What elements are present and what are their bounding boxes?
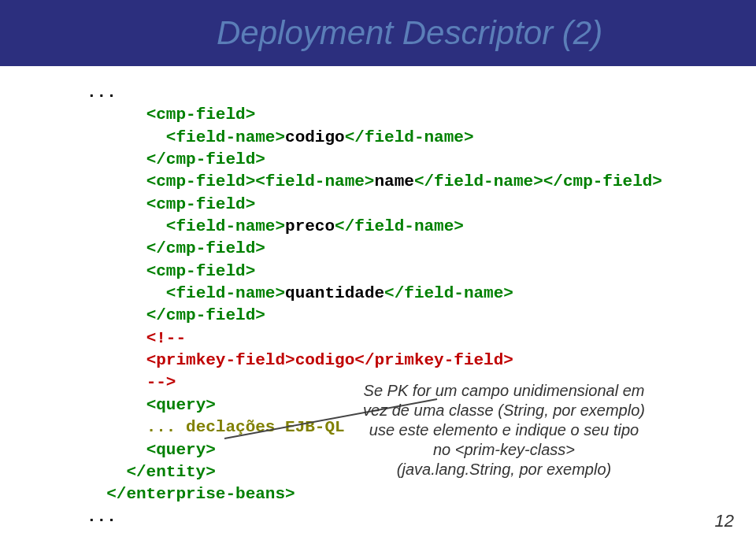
callout-box: Se PK for um campo unidimensional em vez… (339, 381, 669, 479)
code-tag: <cmp-field><field-name> (146, 172, 375, 191)
code-tag: <field-name> (146, 128, 285, 146)
slide-header: Deployment Descriptor (2) (0, 0, 756, 66)
slide-content: ... <cmp-field> <field-name>codigo</fiel… (0, 66, 756, 528)
code-tag: <cmp-field> (146, 105, 256, 124)
code-comment: <!-- (146, 329, 186, 347)
code-tag: </entity> (87, 463, 216, 481)
code-tag: </cmp-field> (146, 150, 265, 168)
code-comment: <primkey-field> (146, 351, 295, 369)
code-comment: --> (146, 373, 176, 391)
code-value: preco (285, 217, 335, 235)
code-text: ... (87, 508, 117, 526)
code-comment: </primkey-field> (354, 351, 513, 369)
callout-line: no <prim-key-class> (339, 440, 669, 460)
code-tag: <query> (146, 441, 216, 459)
code-tag: <field-name> (146, 284, 285, 302)
code-tag: <cmp-field> (146, 262, 256, 280)
code-value: quantidade (285, 284, 384, 302)
code-tag: </cmp-field> (146, 306, 265, 324)
code-tag: </cmp-field> (146, 239, 265, 257)
code-tag: <cmp-field> (146, 195, 256, 213)
code-value: name (374, 172, 413, 191)
callout-line: Se PK for um campo unidimensional em (339, 381, 669, 401)
code-tag: </field-name> (384, 284, 513, 302)
code-comment: codigo (295, 351, 355, 369)
code-tag: <query> (146, 396, 216, 414)
callout-line: use este elemento e indique o seu tipo (339, 420, 669, 440)
code-tag: </field-name> (335, 217, 464, 235)
code-tag: </field-name></cmp-field> (414, 172, 662, 191)
slide-title: Deployment Descriptor (2) (217, 14, 602, 52)
callout-line: (java.lang.String, por exemplo) (339, 460, 669, 479)
callout-line: vez de uma classe (String, por exemplo) (339, 401, 669, 420)
code-tag: <field-name> (146, 217, 285, 235)
code-value: codigo (285, 128, 345, 146)
code-tag: </field-name> (345, 128, 474, 146)
code-text: ... (87, 83, 117, 102)
page-number: 12 (715, 511, 734, 531)
code-tag: </enterprise-beans> (87, 485, 295, 503)
